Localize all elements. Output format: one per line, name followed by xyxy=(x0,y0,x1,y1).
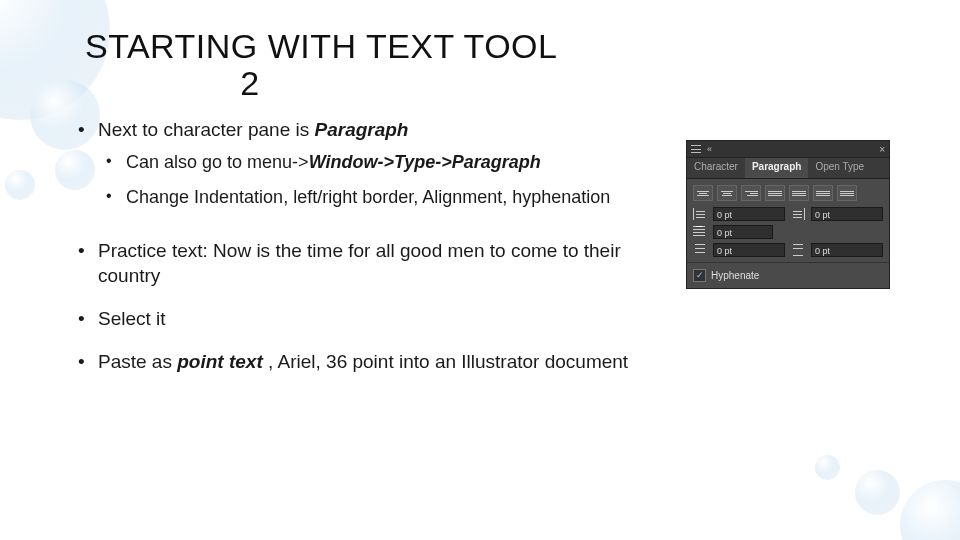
decorative-bubble xyxy=(900,480,960,540)
bullet-1b: Change Indentation, left/right border, A… xyxy=(98,186,630,221)
bullet-1: Next to character pane is Paragraph Can … xyxy=(70,118,630,239)
bullet-2: Practice text: Now is the time for all g… xyxy=(70,239,630,306)
align-center-icon[interactable] xyxy=(717,185,737,201)
tab-character[interactable]: Character xyxy=(687,158,745,178)
panel-titlebar: « × xyxy=(687,141,889,158)
decorative-bubble xyxy=(815,455,840,480)
indent-right-field[interactable]: 0 pt xyxy=(811,207,883,221)
panel-menu-icon[interactable] xyxy=(691,145,701,153)
panel-collapse-icon[interactable]: « xyxy=(707,144,712,154)
space-before-field[interactable]: 0 pt xyxy=(713,243,785,257)
title-line-1: STARTING WITH TEXT TOOL xyxy=(85,27,557,65)
space-before-icon xyxy=(693,244,707,256)
align-right-icon[interactable] xyxy=(741,185,761,201)
panel-tabs: Character Paragraph Open Type xyxy=(687,158,889,179)
bullet-1a: Can also go to menu->Window->Type->Parag… xyxy=(98,151,630,186)
paragraph-panel: « × Character Paragraph Open Type 0 pt 0… xyxy=(686,140,890,289)
decorative-bubble xyxy=(855,470,900,515)
hyphenate-label: Hyphenate xyxy=(711,270,759,281)
first-line-indent-icon xyxy=(693,226,707,238)
space-after-icon xyxy=(791,244,805,256)
indent-left-field[interactable]: 0 pt xyxy=(713,207,785,221)
bullet-4: Paste as point text , Ariel, 36 point in… xyxy=(70,350,630,393)
justify-left-icon[interactable] xyxy=(765,185,785,201)
indent-right-icon xyxy=(791,208,805,220)
bullet-3: Select it xyxy=(70,307,630,350)
indent-left-icon xyxy=(693,208,707,220)
justify-center-icon[interactable] xyxy=(789,185,809,201)
panel-close-icon[interactable]: × xyxy=(879,144,885,155)
first-line-indent-field[interactable]: 0 pt xyxy=(713,225,773,239)
tab-opentype[interactable]: Open Type xyxy=(808,158,871,178)
hyphenate-checkbox[interactable]: ✓ xyxy=(693,269,706,282)
alignment-row xyxy=(687,179,889,205)
slide-body: Next to character pane is Paragraph Can … xyxy=(70,118,630,392)
tab-paragraph[interactable]: Paragraph xyxy=(745,158,808,178)
title-line-2: 2 xyxy=(85,65,415,102)
justify-right-icon[interactable] xyxy=(813,185,833,201)
justify-all-icon[interactable] xyxy=(837,185,857,201)
align-left-icon[interactable] xyxy=(693,185,713,201)
slide-title: STARTING WITH TEXT TOOL 2 xyxy=(85,28,605,103)
decorative-bubble xyxy=(5,170,35,200)
space-after-field[interactable]: 0 pt xyxy=(811,243,883,257)
